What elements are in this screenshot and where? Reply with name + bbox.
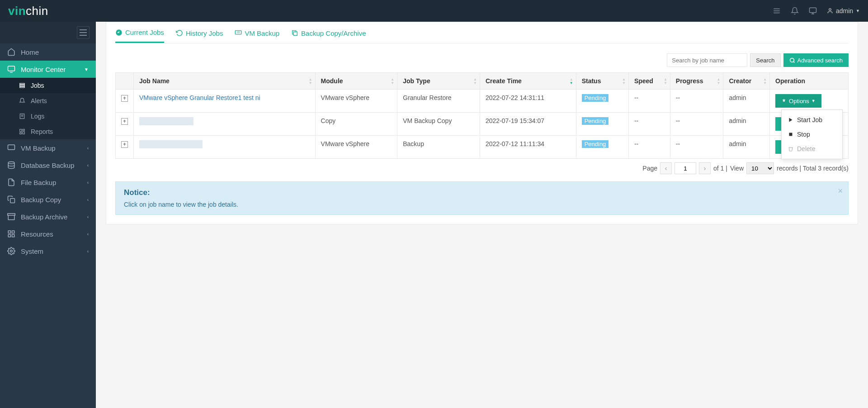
cell-progress: --: [670, 113, 723, 136]
sidebar-item-backup-copy[interactable]: Backup Copy ‹: [0, 191, 96, 208]
svg-rect-17: [23, 132, 24, 134]
expand-icon[interactable]: +: [121, 118, 128, 125]
sidebar-item-monitor-center[interactable]: Monitor Center ▼: [0, 61, 96, 78]
user-icon: [827, 8, 833, 14]
cell-create-time: 2022-07-22 14:31:11: [480, 90, 576, 113]
tabs: Current Jobs History Jobs VM VM Backup B…: [115, 22, 849, 43]
list-icon[interactable]: [773, 7, 781, 15]
sort-icon: ▲▼: [664, 78, 667, 85]
sidebar-toggle[interactable]: [77, 26, 90, 39]
table-row: + Copy VM Backup Copy 2022-07-19 15:34:0…: [116, 113, 849, 136]
sort-icon: ▲▼: [309, 78, 312, 85]
sidebar-item-backup-archive[interactable]: Backup Archive ‹: [0, 208, 96, 225]
tab-current-jobs[interactable]: Current Jobs: [115, 22, 164, 43]
dropdown-stop[interactable]: Stop: [782, 127, 842, 142]
svg-rect-16: [23, 129, 24, 131]
chevron-down-icon: ▼: [811, 99, 816, 103]
copy-icon: [291, 29, 298, 37]
records-text: records | Total 3 record(s): [777, 165, 849, 172]
tab-history-jobs[interactable]: History Jobs: [176, 22, 223, 43]
panel: Current Jobs History Jobs VM VM Backup B…: [106, 22, 858, 224]
sidebar-item-home[interactable]: Home: [0, 43, 96, 61]
redacted-text: [139, 117, 193, 125]
cell-speed: --: [628, 90, 670, 113]
sidebar-item-file-backup[interactable]: File Backup ‹: [0, 174, 96, 191]
dropdown-delete[interactable]: Delete: [782, 142, 842, 156]
sidebar-item-database-backup[interactable]: Database Backup ‹: [0, 157, 96, 174]
sidebar-sub-logs[interactable]: Logs: [0, 109, 96, 124]
pagination: Page ‹ › of 1 | View 10 records | Total …: [115, 162, 849, 174]
expand-icon[interactable]: +: [121, 141, 128, 148]
dropdown-label: Delete: [797, 145, 815, 152]
tab-label: History Jobs: [186, 29, 223, 37]
tab-vm-backup[interactable]: VM VM Backup: [235, 22, 279, 43]
search-input[interactable]: [667, 53, 747, 67]
sidebar-item-resources[interactable]: Resources ‹: [0, 225, 96, 233]
options-button[interactable]: Options ▼: [775, 94, 821, 108]
sidebar-sub-jobs[interactable]: Jobs: [0, 78, 96, 93]
user-menu[interactable]: admin ▼: [827, 7, 860, 14]
cell-speed: --: [628, 113, 670, 136]
options-dropdown: Start Job Stop Delete: [781, 109, 843, 159]
chevron-left-icon: ‹: [87, 180, 89, 185]
chevron-left-icon: ‹: [87, 197, 89, 202]
sidebar-item-label: Backup Copy: [21, 196, 61, 204]
dropdown-label: Stop: [797, 131, 810, 138]
svg-rect-15: [20, 129, 22, 132]
col-expand: [116, 73, 134, 90]
status-badge: Pending: [582, 117, 609, 125]
close-icon[interactable]: ×: [838, 186, 843, 196]
cell-create-time: 2022-07-19 15:34:07: [480, 113, 576, 136]
sidebar-item-vm-backup[interactable]: VM Backup ‹: [0, 139, 96, 157]
sidebar-sub-alerts[interactable]: Alerts: [0, 93, 96, 109]
svg-text:VM: VM: [237, 31, 240, 33]
chevron-left-icon: ‹: [87, 163, 89, 168]
options-label: Options: [789, 98, 809, 104]
dropdown-label: Start Job: [797, 116, 822, 123]
advanced-search-button[interactable]: Advanced search: [783, 53, 849, 67]
expand-icon[interactable]: +: [121, 95, 128, 102]
monitor-icon[interactable]: [809, 7, 817, 15]
cell-job-type: VM Backup Copy: [397, 113, 480, 136]
search-button[interactable]: Search: [750, 53, 780, 67]
sort-icon: ▲▼: [391, 78, 394, 85]
page-next-button[interactable]: ›: [699, 162, 711, 174]
sidebar-sub-reports[interactable]: Reports: [0, 124, 96, 139]
svg-rect-18: [20, 133, 22, 134]
svg-rect-23: [8, 231, 10, 233]
col-module[interactable]: Module▲▼: [315, 73, 397, 90]
dropdown-start-job[interactable]: Start Job: [782, 113, 842, 127]
col-speed[interactable]: Speed▲▼: [628, 73, 670, 90]
bell-icon[interactable]: [791, 7, 799, 15]
col-status[interactable]: Status▲▼: [576, 73, 628, 90]
file-icon: [7, 178, 15, 186]
trash-icon: [788, 146, 793, 152]
cell-creator: admin: [723, 90, 770, 113]
reports-icon: [18, 128, 26, 136]
svg-rect-11: [20, 86, 25, 87]
svg-point-6: [829, 9, 831, 11]
tab-backup-copy-archive[interactable]: Backup Copy/Archive: [291, 22, 366, 43]
sort-icon: ▲▼: [763, 78, 767, 85]
page-prev-button[interactable]: ‹: [660, 162, 672, 174]
sidebar: Home Monitor Center ▼ Jobs Alerts Logs R…: [0, 22, 96, 233]
col-creator[interactable]: Creator▲▼: [723, 73, 770, 90]
toolbar: Search Advanced search: [115, 53, 849, 67]
sidebar-toggle-row: [0, 22, 96, 43]
page-input[interactable]: [675, 162, 696, 174]
topbar-right: admin ▼: [773, 7, 860, 15]
user-name: admin: [836, 7, 853, 14]
page-size-select[interactable]: 10: [746, 162, 774, 174]
svg-point-31: [790, 58, 794, 62]
job-name-link[interactable]: VMware vSphere Granular Restore1 test ni: [139, 94, 260, 101]
col-create-time[interactable]: Create Time▲▼: [480, 73, 576, 90]
jobs-icon: [18, 81, 26, 90]
svg-line-32: [793, 62, 794, 62]
col-progress[interactable]: Progress▲▼: [670, 73, 723, 90]
monitor-icon: [7, 65, 15, 73]
status-badge: Pending: [582, 94, 609, 102]
col-job-type[interactable]: Job Type▲▼: [397, 73, 480, 90]
brand-suffix: chin: [26, 4, 48, 18]
logs-icon: [18, 112, 26, 120]
col-job-name[interactable]: Job Name▲▼: [134, 73, 316, 90]
